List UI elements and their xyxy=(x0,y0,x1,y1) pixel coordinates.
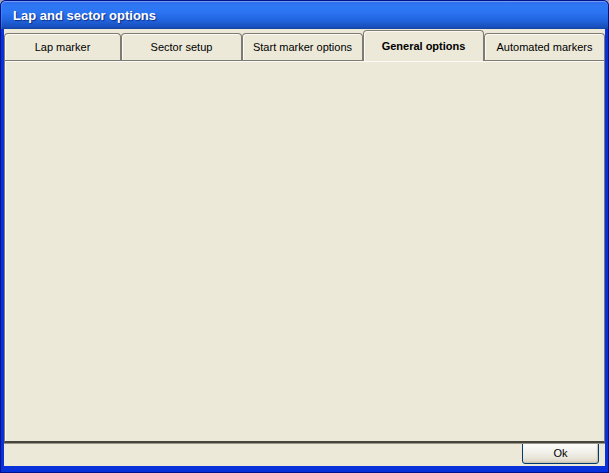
tab-label: Automated markers xyxy=(497,41,593,53)
tab-label: Lap marker xyxy=(35,41,91,53)
tab-automated-markers[interactable]: Automated markers xyxy=(484,33,605,60)
tab-start-marker-options[interactable]: Start marker options xyxy=(242,33,363,60)
tab-label: General options xyxy=(382,40,466,52)
dialog-window: Lap and sector options Lap marker Sector… xyxy=(0,0,609,473)
ok-button[interactable]: Ok xyxy=(522,441,599,464)
titlebar[interactable]: Lap and sector options xyxy=(1,1,608,29)
window-title: Lap and sector options xyxy=(1,8,156,23)
tab-general-options[interactable]: General options xyxy=(363,30,484,61)
tab-lap-marker[interactable]: Lap marker xyxy=(4,33,121,60)
tab-page-general-options xyxy=(4,60,605,443)
tab-strip: Lap marker Sector setup Start marker opt… xyxy=(4,30,605,61)
tab-label: Start marker options xyxy=(253,41,352,53)
tab-sector-setup[interactable]: Sector setup xyxy=(121,33,242,60)
ok-button-label: Ok xyxy=(553,447,567,459)
tab-label: Sector setup xyxy=(151,41,213,53)
